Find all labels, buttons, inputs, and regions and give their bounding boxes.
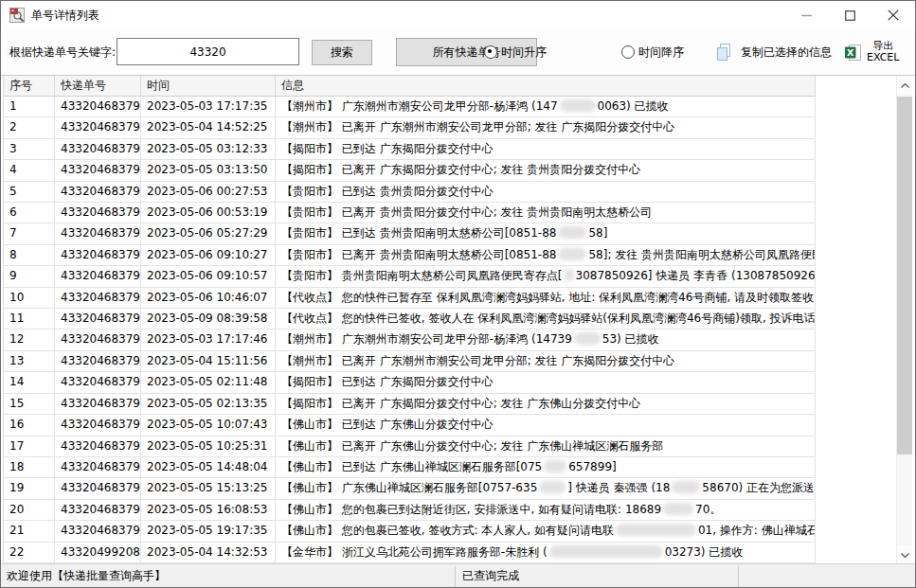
- close-icon: [888, 9, 899, 21]
- info-text: 【揭阳市】 已到达 广东揭阳分拨交付中心: [281, 142, 494, 155]
- cell-info: 【佛山市】 已离开 广东佛山分拨交付中心; 发往 广东佛山禅城区澜石服务部: [276, 437, 816, 456]
- svg-text:X: X: [847, 47, 854, 58]
- search-button[interactable]: 搜索: [312, 40, 372, 65]
- keyword-input[interactable]: [117, 38, 299, 65]
- cell-tracking: 4332046837903: [55, 117, 141, 137]
- info-text: 0063) 已揽收: [598, 99, 669, 113]
- cell-index: 17: [4, 437, 55, 456]
- table-row[interactable]: 12 4332046837907 2023-05-03 17:17:46 【潮州…: [4, 330, 816, 350]
- cell-info: 【贵阳市】 已到达 贵州贵阳南明太慈桥公司[0851-8858]: [276, 223, 816, 243]
- cell-info: 【贵阳市】 已到达 贵州贵阳分拨交付中心: [276, 182, 816, 202]
- export-excel-button[interactable]: X 导出 EXCEL: [844, 29, 899, 75]
- scroll-down-button[interactable]: [897, 545, 912, 564]
- maximize-button[interactable]: [828, 1, 871, 29]
- table-row[interactable]: 7 4332046837903 2023-05-06 05:27:29 【贵阳市…: [4, 223, 816, 244]
- table-row[interactable]: 17 4332046837907 2023-05-05 10:25:31 【佛山…: [4, 437, 816, 457]
- info-text: 03273) 已揽收: [665, 545, 744, 559]
- cell-index: 6: [4, 203, 55, 223]
- table-row[interactable]: 4 4332046837903 2023-05-05 03:13:50 【揭阳市…: [4, 160, 816, 181]
- cell-info: 【贵阳市】 已离开 贵州贵阳分拨交付中心; 发往 贵州贵阳南明太慈桥公司: [276, 203, 816, 223]
- chevron-up-icon: [901, 83, 909, 88]
- cell-time: 2023-05-05 03:12:33: [141, 139, 276, 159]
- info-text: 【潮州市】 广东潮州市潮安公司龙甲分部-杨泽鸿 (14739: [281, 332, 572, 346]
- copy-icon: [714, 43, 733, 62]
- table-row[interactable]: 21 4332046837907 2023-05-05 19:17:35 【佛山…: [4, 521, 816, 542]
- excel-icon: X: [844, 44, 862, 62]
- table-row[interactable]: 13 4332046837907 2023-05-04 15:11:56 【潮州…: [4, 351, 816, 372]
- vertical-scrollbar[interactable]: [896, 76, 912, 564]
- redacted-blur: [565, 269, 574, 281]
- table-row[interactable]: 6 4332046837903 2023-05-06 00:53:19 【贵阳市…: [4, 203, 816, 223]
- table-row[interactable]: 15 4332046837907 2023-05-05 02:13:35 【揭阳…: [4, 394, 816, 415]
- cell-info: 【佛山市】 已到达 广东佛山分拨交付中心: [276, 415, 816, 435]
- redacted-blur: [549, 545, 663, 558]
- table-row[interactable]: 5 4332046837903 2023-05-06 00:27:53 【贵阳市…: [4, 182, 816, 203]
- column-header-index[interactable]: 序号: [4, 76, 55, 96]
- column-header-tracking[interactable]: 快递单号: [55, 76, 141, 96]
- cell-index: 11: [4, 309, 55, 329]
- minimize-button[interactable]: [784, 1, 828, 29]
- cell-time: 2023-05-05 10:25:31: [141, 437, 276, 456]
- table-row[interactable]: 19 4332046837907 2023-05-05 15:13:25 【佛山…: [4, 478, 816, 499]
- cell-time: 2023-05-05 14:48:04: [141, 457, 276, 477]
- cell-time: 2023-05-03 17:17:35: [141, 97, 276, 116]
- redacted-blur: [672, 481, 700, 493]
- cell-tracking: 4332046837903: [55, 97, 141, 116]
- scrollbar-thumb[interactable]: [897, 97, 912, 454]
- table-row[interactable]: 2 4332046837903 2023-05-04 14:52:25 【潮州市…: [4, 117, 816, 138]
- cell-tracking: 4332046837903: [55, 203, 141, 223]
- radio-time-asc[interactable]: 时间升序: [484, 29, 547, 75]
- cell-info: 【揭阳市】 已到达 广东揭阳分拨交付中心: [276, 372, 816, 392]
- column-header-info[interactable]: 信息: [276, 76, 816, 96]
- info-text: 657899]: [568, 460, 617, 473]
- statusbar-separator: [455, 566, 456, 587]
- cell-time: 2023-05-05 02:13:35: [141, 394, 276, 414]
- table-row[interactable]: 20 4332046837907 2023-05-05 16:08:53 【佛山…: [4, 500, 816, 521]
- table-row[interactable]: 18 4332046837907 2023-05-05 14:48:04 【佛山…: [4, 457, 816, 478]
- cell-index: 19: [4, 478, 55, 498]
- table-row[interactable]: 1 4332046837903 2023-05-03 17:17:35 【潮州市…: [4, 97, 816, 117]
- cell-time: 2023-05-06 05:27:29: [141, 223, 276, 243]
- keyword-label: 根据快递单号关键字:: [9, 29, 116, 75]
- info-text: 3087850926] 快递员 李青香 (13087850926) 正在为: [576, 269, 817, 282]
- radio-icon: [484, 45, 497, 59]
- cell-tracking: 4332046837907: [55, 457, 141, 477]
- radio-time-desc[interactable]: 时间降序: [621, 29, 684, 75]
- table-row[interactable]: 22 4332049920806 2023-05-04 14:32:53 【金华…: [4, 543, 816, 563]
- info-text: 【揭阳市】 已离开 广东揭阳分拨交付中心; 发往 贵州贵阳分拨交付中心: [281, 163, 640, 176]
- cell-index: 18: [4, 457, 55, 477]
- redacted-blur: [574, 332, 601, 345]
- table-row[interactable]: 3 4332046837903 2023-05-05 03:12:33 【揭阳市…: [4, 139, 816, 160]
- cell-tracking: 4332046837903: [55, 266, 141, 286]
- column-header-time[interactable]: 时间: [141, 76, 276, 96]
- info-text: 【揭阳市】 已到达 广东揭阳分拨交付中心: [281, 375, 494, 388]
- info-text: ] 快递员 秦强强 (18: [567, 481, 670, 494]
- table-row[interactable]: 14 4332046837907 2023-05-05 02:11:48 【揭阳…: [4, 372, 816, 393]
- cell-time: 2023-05-05 16:08:53: [141, 500, 276, 520]
- table-body: 1 4332046837903 2023-05-03 17:17:35 【潮州市…: [4, 97, 816, 563]
- copy-selected-button[interactable]: 复制已选择的信息: [714, 29, 832, 75]
- info-text: 【贵阳市】 贵州贵阳南明太慈桥公司凤凰路便民寄存点[: [281, 269, 563, 282]
- toolbar: 根据快递单号关键字: 搜索 所有快递单号 时间升序 时间降序 复制已选择的信息: [1, 29, 915, 75]
- scroll-up-button[interactable]: [897, 76, 912, 95]
- cell-info: 【佛山市】 广东佛山禅城区澜石服务部[0757-635] 快递员 秦强强 (18…: [276, 478, 816, 498]
- close-button[interactable]: [871, 1, 915, 29]
- cell-time: 2023-05-06 00:53:19: [141, 203, 276, 223]
- table-row[interactable]: 9 4332046837903 2023-05-06 09:10:57 【贵阳市…: [4, 266, 816, 287]
- info-text: 【代收点】 您的快件已暂存至 保利凤凰湾澜湾妈妈驿站, 地址: 保利凤凰湾澜湾4…: [281, 291, 816, 304]
- info-text: 【揭阳市】 已离开 广东揭阳分拨交付中心; 发往 广东佛山分拨交付中心: [281, 397, 640, 410]
- cell-index: 3: [4, 139, 55, 159]
- table-row[interactable]: 11 4332046837903 2023-05-09 08:39:58 【代收…: [4, 309, 816, 330]
- cell-tracking: 4332046837907: [55, 500, 141, 520]
- cell-index: 10: [4, 288, 55, 308]
- cell-time: 2023-05-05 19:17:35: [141, 521, 276, 541]
- table-row[interactable]: 8 4332046837903 2023-05-06 09:10:27 【贵阳市…: [4, 245, 816, 266]
- cell-time: 2023-05-06 00:27:53: [141, 182, 276, 202]
- cell-index: 14: [4, 372, 55, 392]
- table-row[interactable]: 10 4332046837903 2023-05-06 10:46:07 【代收…: [4, 288, 816, 309]
- table-row[interactable]: 16 4332046837907 2023-05-05 10:07:43 【佛山…: [4, 415, 816, 436]
- cell-index: 8: [4, 245, 55, 265]
- info-text: 【佛山市】 广东佛山禅城区澜石服务部[0757-635: [281, 481, 537, 494]
- cell-time: 2023-05-03 17:17:46: [141, 330, 276, 349]
- info-text: 【佛山市】 已离开 广东佛山分拨交付中心; 发往 广东佛山禅城区澜石服务部: [281, 439, 663, 453]
